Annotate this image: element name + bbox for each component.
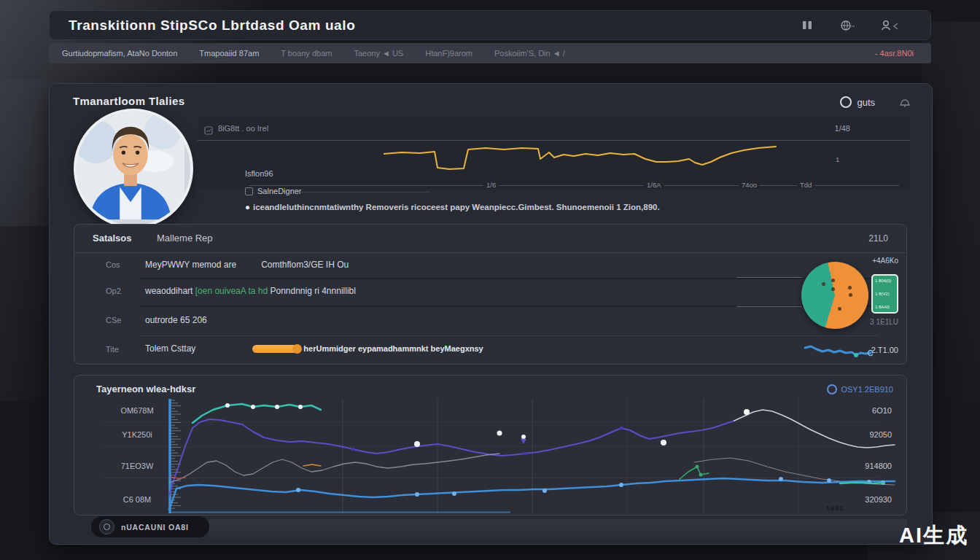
table-row[interactable]: Tolem Csttay herUmmidger eypamadhammnkt …	[145, 343, 483, 354]
pie-legend-box: 1 806(0) 1 8(V2) 1 8AA0	[871, 274, 898, 314]
row-label-2: CSe	[106, 316, 121, 324]
pie-dot	[848, 286, 852, 289]
row-text-0: MeyPWWY memod are	[145, 260, 236, 270]
avatar[interactable]	[74, 109, 193, 228]
row-right-value-3: 2.T1.00	[871, 346, 898, 354]
pie-dot	[831, 279, 835, 282]
timeline-panel: Tayerneon wlea-hdksr OSY1.2EB910 OM678M …	[74, 375, 907, 516]
avatar-illustration	[77, 112, 184, 219]
row-green-text-1: [oen ouiveaA ta hd	[195, 286, 268, 296]
trend-line-chart	[384, 143, 786, 175]
divider	[74, 252, 906, 253]
overview-chart-panel: 8iG8tt . oo Irel 1/48 1/6 1/6A 74oo Tdd …	[198, 117, 910, 189]
nav-alert-value: - 4asr.8N0i	[875, 49, 914, 58]
row-text-2: outrorde 65 206	[145, 315, 207, 325]
nav-bar: Gurtiudopmafism, AtaNo Donton Tmapoaiid …	[49, 43, 931, 63]
header-actions	[801, 20, 900, 31]
pie-dot	[849, 293, 852, 297]
bell-icon[interactable]	[898, 96, 911, 110]
series-label-0[interactable]: OM678M	[102, 406, 172, 415]
status-pill-label: nUACAUNI OA8I	[121, 523, 189, 532]
series-label-2[interactable]: 71EO3W	[102, 462, 172, 470]
pie-legend-title: +4A6Ko	[872, 257, 898, 265]
x-tick: 1/6A	[644, 181, 664, 189]
row-label-0: Cos	[106, 260, 120, 269]
calendar-icon	[245, 187, 253, 195]
pie-pointer-line	[736, 306, 802, 307]
overview-sub-label-2: SalneDigner	[245, 187, 302, 195]
pie-legend-footer: 3 1E1LU	[870, 318, 898, 326]
ai-watermark: AI生成	[899, 521, 968, 551]
overview-note: ●iceandleluthincnmtatiwnthy Removeris ri…	[245, 203, 660, 211]
legend-row: 1 806(0)	[875, 279, 895, 283]
row-divider	[140, 335, 878, 336]
x-tick: 74oo	[739, 181, 760, 189]
timeline-line-chart	[168, 399, 900, 513]
refresh-button[interactable]: guts	[840, 96, 875, 108]
stats-table-panel: Satalsos Malleme Rep 21L0 Cos MeyPWWY me…	[74, 224, 907, 365]
overview-sub-label-1: Isflon96	[245, 169, 273, 178]
right-tick: 1	[836, 155, 839, 163]
table-row[interactable]: outrorde 65 206	[145, 315, 207, 325]
pie-chart[interactable]	[801, 262, 868, 329]
main-card: Tmanartloom Tlalies guts	[49, 83, 933, 545]
timeline-link[interactable]: OSY1.2EB910	[827, 384, 893, 394]
apps-icon[interactable]	[801, 20, 814, 31]
overview-note-text: iceandleluthincnmtatiwnthy Removeris ric…	[253, 203, 660, 211]
table-header-value: 21L0	[868, 233, 888, 244]
pie-pointer-line	[736, 277, 802, 278]
refresh-icon	[827, 384, 837, 394]
nav-item-4[interactable]: HtanF)9arom	[425, 49, 472, 58]
row-divider	[140, 278, 878, 279]
card-title: Tmanartloom Tlalies	[73, 95, 184, 107]
user-menu-icon[interactable]	[881, 20, 900, 31]
timeline-link-label: OSY1.2EB910	[841, 385, 893, 394]
pie-dot	[838, 307, 841, 311]
table-row[interactable]: weaoddihart [oen ouiveaA ta hd Ponndnnig…	[145, 286, 356, 296]
chart-icon	[204, 125, 213, 138]
overview-sub-label-2-text: SalneDigner	[257, 187, 302, 195]
overview-metric-value: 1/48	[835, 124, 850, 133]
dashboard-page: Transkitionn StipSCo Lbrtdasd Oam ualo G…	[0, 0, 980, 560]
progress-pill	[252, 345, 298, 353]
record-icon	[99, 519, 114, 534]
divider	[295, 192, 430, 192]
x-tick: Tdd	[797, 181, 814, 189]
table-row[interactable]: MeyPWWY memod areComthflom3/GE IH Ou	[145, 260, 349, 270]
sparkline-chart	[804, 341, 873, 362]
refresh-label: guts	[857, 97, 875, 108]
header-bar: Transkitionn StipSCo Lbrtdasd Oam ualo	[49, 10, 931, 40]
legend-row: 1 8AA0	[875, 305, 895, 309]
bottom-strip	[209, 519, 907, 539]
bullet-icon: ●	[245, 203, 250, 211]
series-label-1[interactable]: Y1K250i	[102, 430, 172, 439]
nav-item-5[interactable]: Poskoiim'S, Din ◄ /	[494, 49, 565, 58]
nav-item-3[interactable]: Taeony ◄ US	[354, 49, 403, 58]
row-label-3: Tite	[106, 345, 119, 354]
series-label-3[interactable]: C6 08M	[102, 495, 172, 504]
table-subtitle[interactable]: Malleme Rep	[157, 233, 213, 244]
nav-item-0[interactable]: Gurtiudopmafism, AtaNo Donton	[62, 49, 177, 58]
nav-item-1[interactable]: Tmapoaiid 87am	[199, 49, 259, 58]
row-text-3: Tolem Csttay	[145, 343, 195, 354]
refresh-icon	[840, 96, 852, 108]
status-pill[interactable]: nUACAUNI OA8I	[91, 516, 209, 537]
row-text-1: weaoddihart	[145, 286, 195, 296]
row-text2-0: Comthflom3/GE IH Ou	[261, 260, 349, 270]
page-title: Transkitionn StipSCo Lbrtdasd Oam ualo	[69, 18, 355, 34]
pie-dot	[822, 282, 825, 286]
timeline-title: Tayerneon wlea-hdksr	[96, 384, 195, 394]
timeline-footnote: 1981	[826, 505, 844, 512]
row-text2-1: Ponndnnig ri 4nnnillibl	[268, 286, 356, 296]
legend-row: 1 8(V2)	[875, 292, 895, 296]
overview-metric-label: 8iG8tt . oo Irel	[218, 124, 268, 133]
row-pill-text-3: herUmmidger eypamadhammnkt beyMaegxnsy	[303, 344, 483, 353]
row-label-1: Op2	[106, 287, 121, 295]
x-tick: 1/6	[483, 181, 499, 189]
divider	[198, 140, 910, 141]
table-title: Satalsos	[93, 233, 131, 244]
pie-dot	[831, 287, 835, 291]
nav-item-2[interactable]: T boany dbam	[281, 49, 332, 58]
globe-icon[interactable]	[840, 20, 855, 31]
